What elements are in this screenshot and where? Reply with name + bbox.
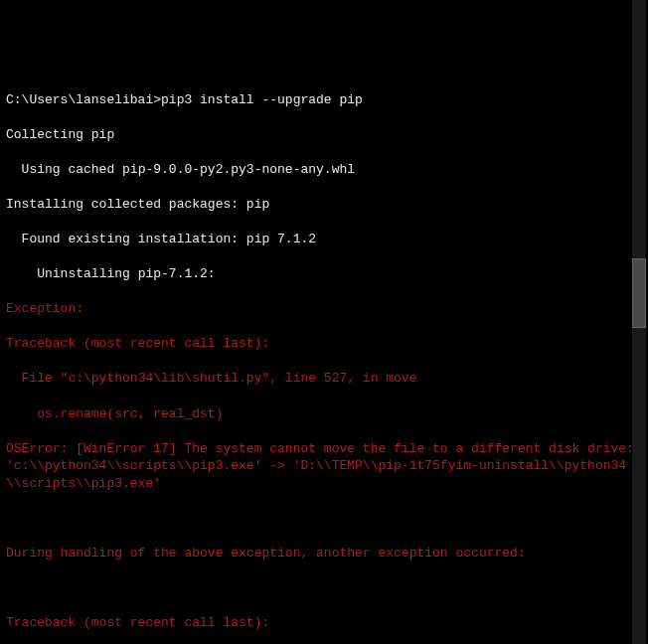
output-line: Installing collected packages: pip xyxy=(6,196,642,214)
error-line: OSError: [WinError 17] The system cannot… xyxy=(6,440,642,493)
output-line: Uninstalling pip-7.1.2: xyxy=(6,265,642,283)
error-line: os.rename(src, real_dst) xyxy=(6,405,642,423)
error-line: Traceback (most recent call last): xyxy=(6,614,642,632)
output-line: Using cached pip-9.0.0-py2.py3-none-any.… xyxy=(6,161,642,179)
blank-line xyxy=(6,579,642,597)
prompt-line: C:\Users\lanselibai>pip3 install --upgra… xyxy=(6,91,642,109)
scrollbar-thumb[interactable] xyxy=(632,258,646,328)
output-line: Collecting pip xyxy=(6,126,642,144)
blank-line xyxy=(6,510,642,528)
terminal-output: C:\Users\lanselibai>pip3 install --upgra… xyxy=(6,74,642,644)
error-line: During handling of the above exception, … xyxy=(6,545,642,563)
output-line: Found existing installation: pip 7.1.2 xyxy=(6,231,642,248)
error-line: File "c:\python34\lib\shutil.py", line 5… xyxy=(6,370,642,388)
error-line: Traceback (most recent call last): xyxy=(6,335,642,353)
error-line: Exception: xyxy=(6,300,642,318)
